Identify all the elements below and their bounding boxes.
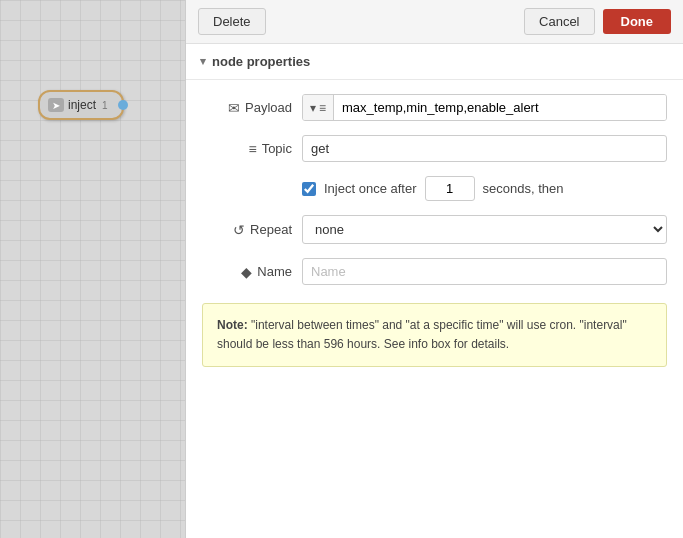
repeat-row: ↺ Repeat none interval interval between … (202, 215, 667, 244)
note-box: Note: "interval between times" and "at a… (202, 303, 667, 367)
inject-node[interactable]: ➤ inject 1 (38, 90, 124, 120)
payload-type-icon: ≡ (319, 101, 326, 115)
inject-seconds-input[interactable] (425, 176, 475, 201)
topic-label-text: Topic (262, 141, 292, 156)
payload-icon: ✉ (228, 100, 240, 116)
name-label-text: Name (257, 264, 292, 279)
payload-type-chevron: ▾ (310, 101, 316, 115)
payload-input[interactable] (334, 95, 666, 120)
topic-row: ≡ Topic (202, 135, 667, 162)
payload-container: ▾ ≡ (302, 94, 667, 121)
topic-label: ≡ Topic (202, 141, 292, 157)
node-superscript: 1 (102, 100, 108, 111)
section-title: node properties (212, 54, 310, 69)
repeat-label: ↺ Repeat (202, 222, 292, 238)
topic-icon: ≡ (248, 141, 256, 157)
cancel-button[interactable]: Cancel (524, 8, 594, 35)
payload-type-button[interactable]: ▾ ≡ (303, 95, 334, 120)
payload-row: ✉ Payload ▾ ≡ (202, 94, 667, 121)
node-label: inject (68, 98, 96, 112)
note-text: "interval between times" and "at a speci… (217, 318, 627, 351)
name-input[interactable] (302, 258, 667, 285)
note-bold: Note: (217, 318, 248, 332)
repeat-label-text: Repeat (250, 222, 292, 237)
properties-panel: Delete Cancel Done ▾ node properties ✉ P… (185, 0, 683, 538)
delete-button[interactable]: Delete (198, 8, 266, 35)
topic-input[interactable] (302, 135, 667, 162)
collapse-chevron-icon[interactable]: ▾ (200, 55, 206, 68)
inject-once-row: Inject once after seconds, then (202, 176, 667, 201)
toolbar: Delete Cancel Done (186, 0, 683, 44)
form-body: ✉ Payload ▾ ≡ ≡ Topic Inject once after (186, 80, 683, 299)
inject-once-suffix: seconds, then (483, 181, 564, 196)
section-header: ▾ node properties (186, 44, 683, 80)
inject-once-checkbox[interactable] (302, 182, 316, 196)
canvas-area: ➤ inject 1 (0, 0, 185, 538)
name-icon: ◆ (241, 264, 252, 280)
payload-label-text: Payload (245, 100, 292, 115)
done-button[interactable]: Done (603, 9, 672, 34)
payload-label: ✉ Payload (202, 100, 292, 116)
name-row: ◆ Name (202, 258, 667, 285)
inject-once-label: Inject once after (324, 181, 417, 196)
repeat-select[interactable]: none interval interval between times at … (302, 215, 667, 244)
node-output-port (118, 100, 128, 110)
node-arrow-icon: ➤ (48, 98, 64, 112)
name-label: ◆ Name (202, 264, 292, 280)
repeat-icon: ↺ (233, 222, 245, 238)
